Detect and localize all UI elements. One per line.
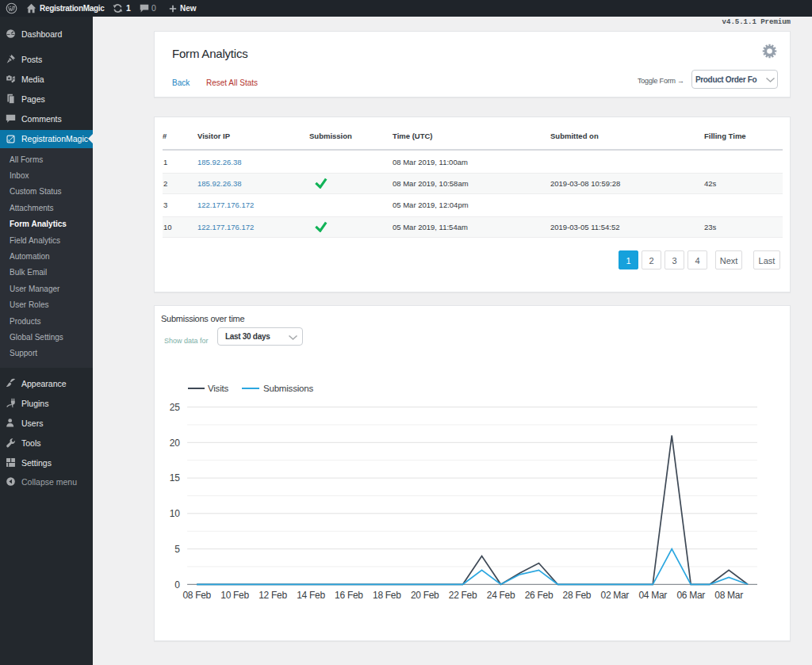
svg-text:Submissions: Submissions xyxy=(263,384,313,393)
svg-text:10 Feb: 10 Feb xyxy=(220,590,249,601)
svg-text:18 Feb: 18 Feb xyxy=(373,590,401,601)
svg-text:04 Mar: 04 Mar xyxy=(638,590,667,601)
svg-text:10: 10 xyxy=(170,508,181,519)
svg-text:Visits: Visits xyxy=(208,384,229,393)
svg-text:28 Feb: 28 Feb xyxy=(563,590,592,601)
svg-text:20: 20 xyxy=(170,438,181,449)
svg-text:5: 5 xyxy=(174,544,180,555)
svg-text:20 Feb: 20 Feb xyxy=(411,590,439,601)
svg-text:12 Feb: 12 Feb xyxy=(259,590,287,601)
svg-text:02 Mar: 02 Mar xyxy=(601,590,630,601)
svg-text:15: 15 xyxy=(170,472,181,483)
svg-text:14 Feb: 14 Feb xyxy=(297,590,325,601)
svg-text:26 Feb: 26 Feb xyxy=(525,590,553,601)
svg-text:24 Feb: 24 Feb xyxy=(487,590,515,601)
svg-text:08 Mar: 08 Mar xyxy=(714,590,743,601)
svg-text:25: 25 xyxy=(170,402,181,413)
svg-text:06 Mar: 06 Mar xyxy=(676,590,705,601)
svg-text:16 Feb: 16 Feb xyxy=(335,590,363,601)
svg-text:22 Feb: 22 Feb xyxy=(449,590,477,601)
svg-text:0: 0 xyxy=(174,579,180,590)
svg-text:08 Feb: 08 Feb xyxy=(182,590,211,601)
